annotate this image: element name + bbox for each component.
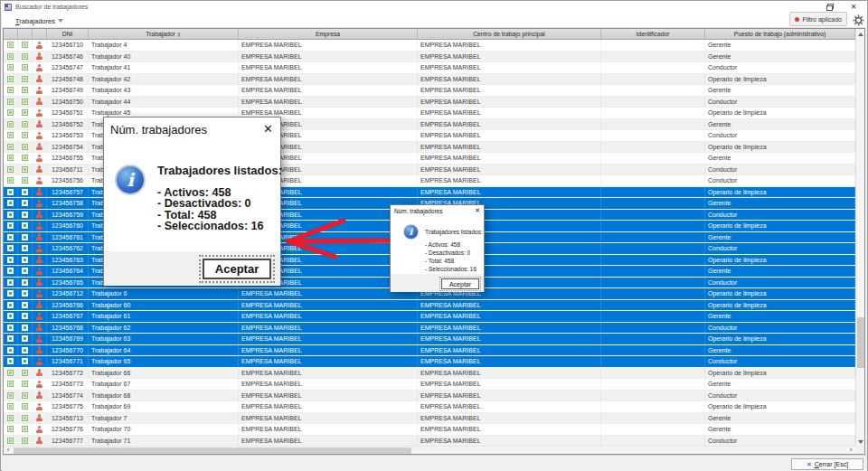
select-checkbox[interactable] <box>18 300 33 311</box>
active-checkbox[interactable] <box>4 175 18 186</box>
select-checkbox[interactable] <box>18 221 33 231</box>
column-header-empresa[interactable]: Empresa <box>239 29 418 39</box>
select-checkbox[interactable] <box>18 153 33 164</box>
filter-applied-button[interactable]: Filtro aplicado <box>789 12 847 26</box>
table-row[interactable]: 123456776Trabajador 70EMPRESA MARIBELEMP… <box>4 424 855 436</box>
dialog-close-icon[interactable]: ✕ <box>475 207 480 214</box>
active-checkbox[interactable] <box>4 74 18 85</box>
vertical-scrollbar[interactable] <box>855 29 864 447</box>
select-checkbox[interactable] <box>18 175 33 186</box>
table-row[interactable]: 123456768Trabajador 62EMPRESA MARIBELEMP… <box>4 323 855 334</box>
table-row[interactable]: 123456773Trabajador 67EMPRESA MARIBELEMP… <box>4 379 855 391</box>
active-checkbox[interactable] <box>4 401 18 412</box>
table-row[interactable]: 123456775Trabajador 69EMPRESA MARIBELEMP… <box>4 401 855 413</box>
select-checkbox[interactable] <box>18 187 33 198</box>
active-checkbox[interactable] <box>4 153 18 164</box>
select-checkbox[interactable] <box>18 436 33 447</box>
active-checkbox[interactable] <box>4 108 18 118</box>
select-checkbox[interactable] <box>18 334 33 344</box>
active-checkbox[interactable] <box>4 232 18 243</box>
active-checkbox[interactable] <box>4 334 18 344</box>
cerrar-button[interactable]: ✕ Cerrar [Esc] <box>791 458 863 470</box>
select-checkbox[interactable] <box>18 40 33 51</box>
select-checkbox[interactable] <box>18 210 33 221</box>
select-checkbox[interactable] <box>18 413 33 424</box>
select-checkbox[interactable] <box>18 266 33 277</box>
select-checkbox[interactable] <box>18 198 33 209</box>
select-checkbox[interactable] <box>18 119 33 130</box>
active-checkbox[interactable] <box>4 187 18 198</box>
table-row[interactable]: 123456772Trabajador 66EMPRESA MARIBELEMP… <box>4 368 855 380</box>
column-header-identificador[interactable]: Identificador <box>601 29 705 39</box>
select-checkbox[interactable] <box>18 85 33 96</box>
select-checkbox[interactable] <box>18 401 33 412</box>
table-row[interactable]: 123456746Trabajador 40EMPRESA MARIBELEMP… <box>4 52 855 63</box>
vertical-scroll-thumb[interactable] <box>857 317 864 368</box>
aceptar-button[interactable]: Aceptar <box>441 278 479 289</box>
column-header-select[interactable] <box>18 29 33 39</box>
select-checkbox[interactable] <box>18 52 33 62</box>
table-row[interactable]: 123456710Trabajador 4EMPRESA MARIBELEMPR… <box>4 40 855 52</box>
horizontal-scroll-thumb[interactable] <box>14 447 411 454</box>
select-checkbox[interactable] <box>18 74 33 85</box>
active-checkbox[interactable] <box>4 345 18 356</box>
scroll-left-button[interactable]: ‹ <box>4 447 13 454</box>
active-checkbox[interactable] <box>4 243 18 254</box>
select-checkbox[interactable] <box>18 311 33 322</box>
select-checkbox[interactable] <box>18 424 33 435</box>
column-header-centro[interactable]: Centro de trabajo principal <box>418 29 601 39</box>
active-checkbox[interactable] <box>4 391 18 401</box>
table-row[interactable]: 123456748Trabajador 42EMPRESA MARIBELEMP… <box>4 74 855 86</box>
active-checkbox[interactable] <box>4 311 18 322</box>
active-checkbox[interactable] <box>4 266 18 277</box>
column-header-dni[interactable]: DNI <box>47 29 89 39</box>
table-row[interactable]: 123456769Trabajador 63EMPRESA MARIBELEMP… <box>4 334 855 345</box>
select-checkbox[interactable] <box>18 368 33 379</box>
active-checkbox[interactable] <box>4 424 18 435</box>
table-row[interactable]: 123456767Trabajador 61EMPRESA MARIBELEMP… <box>4 311 855 323</box>
column-header-trabajador[interactable]: Trabajador ▲▼ <box>89 29 239 39</box>
active-checkbox[interactable] <box>4 288 18 299</box>
active-checkbox[interactable] <box>4 255 18 266</box>
active-checkbox[interactable] <box>4 436 18 447</box>
select-checkbox[interactable] <box>18 278 33 288</box>
column-header-person[interactable] <box>33 29 47 39</box>
active-checkbox[interactable] <box>4 40 18 51</box>
table-row[interactable]: 123456771Trabajador 65EMPRESA MARIBELEMP… <box>4 356 855 368</box>
active-checkbox[interactable] <box>4 413 18 424</box>
table-row[interactable]: 123456747Trabajador 41EMPRESA MARIBELEMP… <box>4 62 855 74</box>
select-checkbox[interactable] <box>18 255 33 266</box>
select-checkbox[interactable] <box>18 345 33 356</box>
select-checkbox[interactable] <box>18 391 33 401</box>
scroll-right-button[interactable]: › <box>846 447 855 454</box>
select-checkbox[interactable] <box>18 243 33 254</box>
active-checkbox[interactable] <box>4 130 18 141</box>
table-row[interactable]: 123456750Trabajador 44EMPRESA MARIBELEMP… <box>4 97 855 108</box>
active-checkbox[interactable] <box>4 368 18 379</box>
menu-trabajadores[interactable]: Trabajadores <box>14 15 65 26</box>
active-checkbox[interactable] <box>4 198 18 209</box>
active-checkbox[interactable] <box>4 142 18 153</box>
gear-icon[interactable] <box>853 14 864 25</box>
table-row[interactable]: 123456713Trabajador 7EMPRESA MARIBELEMPR… <box>4 413 855 425</box>
select-checkbox[interactable] <box>18 165 33 175</box>
active-checkbox[interactable] <box>4 379 18 390</box>
active-checkbox[interactable] <box>4 85 18 96</box>
column-header-puesto[interactable]: Puesto de trabajo (administrativo) <box>705 29 855 39</box>
column-header-active[interactable] <box>4 29 18 39</box>
select-checkbox[interactable] <box>18 108 33 118</box>
active-checkbox[interactable] <box>4 62 18 73</box>
table-row[interactable]: 123456749Trabajador 43EMPRESA MARIBELEMP… <box>4 85 855 97</box>
active-checkbox[interactable] <box>4 300 18 311</box>
active-checkbox[interactable] <box>4 52 18 62</box>
active-checkbox[interactable] <box>4 119 18 130</box>
select-checkbox[interactable] <box>18 62 33 73</box>
select-checkbox[interactable] <box>18 356 33 367</box>
active-checkbox[interactable] <box>4 278 18 288</box>
select-checkbox[interactable] <box>18 142 33 153</box>
select-checkbox[interactable] <box>18 130 33 141</box>
active-checkbox[interactable] <box>4 210 18 221</box>
aceptar-button[interactable]: Aceptar <box>203 259 271 279</box>
scroll-up-button[interactable] <box>856 29 865 39</box>
active-checkbox[interactable] <box>4 221 18 231</box>
